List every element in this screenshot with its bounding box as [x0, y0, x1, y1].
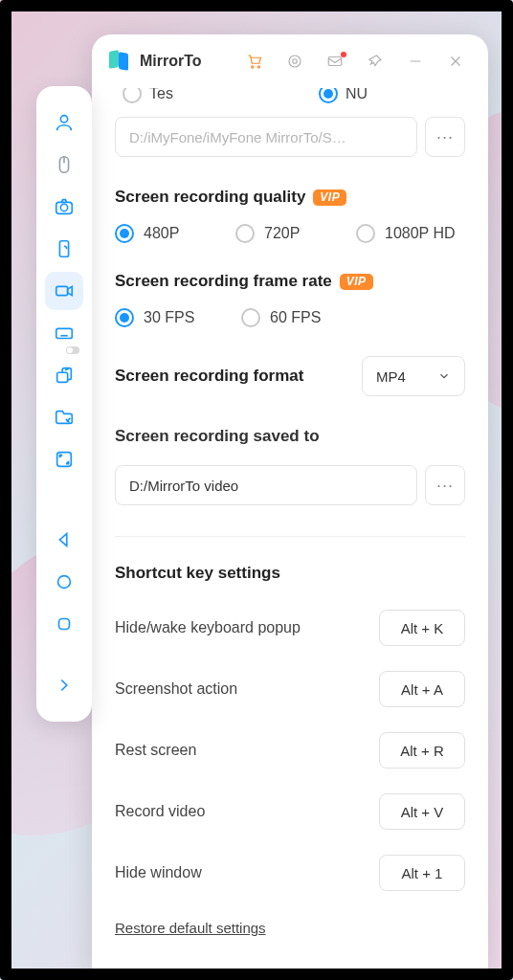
vip-badge: VIP	[340, 274, 373, 290]
sidebar-record-icon[interactable]	[45, 272, 83, 310]
settings-gear-icon[interactable]	[279, 46, 310, 77]
screenshot-path-browse[interactable]: ···	[425, 117, 465, 157]
keyboard-toggle[interactable]	[66, 346, 79, 354]
quality-480p[interactable]: 480P	[115, 224, 224, 243]
clipped-option-row: Tes NU	[115, 88, 465, 103]
format-title: Screen recording format	[115, 367, 303, 386]
quality-1080p[interactable]: 1080P HD	[356, 224, 465, 243]
sidebar-home-icon[interactable]	[45, 563, 83, 601]
svg-point-0	[252, 66, 254, 68]
quality-720p[interactable]: 720P	[235, 224, 345, 243]
pin-icon[interactable]	[360, 46, 390, 77]
framerate-title: Screen recording frame rate VIP	[115, 272, 465, 291]
shortcut-screenshot: Screenshot action Alt + A	[115, 671, 465, 707]
sidebar-camera-icon[interactable]	[45, 188, 83, 226]
settings-content: Tes NU D:/iMyFone/iMyFone MirrorTo/S… ··…	[92, 88, 488, 969]
cart-icon[interactable]	[239, 46, 270, 77]
chevron-down-icon	[437, 369, 451, 383]
svg-rect-23	[59, 619, 70, 630]
recording-path-browse[interactable]: ···	[425, 465, 465, 505]
sidebar	[36, 86, 92, 722]
svg-rect-14	[56, 286, 68, 295]
framerate-options: 30 FPS 60 FPS	[115, 308, 465, 327]
svg-rect-15	[56, 328, 73, 338]
svg-rect-20	[57, 372, 68, 382]
sidebar-account-icon[interactable]	[45, 103, 83, 142]
settings-panel: MirrorTo Tes NU D:/iMyFone/iMyFone Mirro…	[92, 34, 488, 969]
saved-to-title: Screen recording saved to	[115, 427, 465, 446]
vip-badge: VIP	[313, 189, 346, 206]
sidebar-cast-icon[interactable]	[45, 356, 83, 394]
minimize-icon[interactable]	[400, 46, 431, 77]
svg-point-8	[60, 116, 67, 122]
titlebar: MirrorTo	[92, 34, 488, 88]
sidebar-phone-icon[interactable]	[45, 230, 83, 268]
mail-icon[interactable]	[320, 46, 350, 77]
svg-point-12	[60, 204, 67, 211]
svg-point-22	[58, 576, 71, 589]
restore-defaults-link[interactable]: Restore default settings	[115, 920, 266, 936]
divider	[115, 536, 465, 537]
clipped-opt-1[interactable]: Tes	[149, 88, 173, 102]
sidebar-recent-icon[interactable]	[45, 605, 83, 643]
svg-point-1	[257, 66, 259, 68]
clipped-opt-2[interactable]: NU	[346, 88, 368, 102]
shortcut-key-hide[interactable]: Alt + 1	[379, 855, 465, 891]
svg-point-2	[289, 56, 301, 67]
fps-30[interactable]: 30 FPS	[115, 308, 230, 327]
sidebar-keyboard-icon[interactable]	[45, 314, 83, 352]
sidebar-mouse-icon[interactable]	[45, 145, 83, 184]
fps-60[interactable]: 60 FPS	[241, 308, 465, 327]
sidebar-back-icon[interactable]	[45, 521, 83, 559]
app-logo	[109, 51, 130, 72]
quality-title: Screen recording quality VIP	[115, 188, 465, 207]
quality-options: 480P 720P 1080P HD	[115, 224, 465, 243]
svg-point-3	[293, 59, 298, 64]
shortcut-record-video: Record video Alt + V	[115, 793, 465, 830]
recording-path-input[interactable]: D:/MirrorTo video	[115, 465, 417, 505]
shortcuts-title: Shortcut key settings	[115, 564, 465, 583]
shortcut-key-record[interactable]: Alt + V	[379, 793, 465, 830]
shortcut-hide-window: Hide window Alt + 1	[115, 855, 465, 891]
shortcut-key-screenshot[interactable]: Alt + A	[379, 671, 465, 707]
shortcut-rest-screen: Rest screen Alt + R	[115, 732, 465, 768]
shortcut-keyboard-popup: Hide/wake keyboard popup Alt + K	[115, 610, 465, 646]
sidebar-fullscreen-icon[interactable]	[45, 440, 83, 479]
shortcut-key-rest[interactable]: Alt + R	[379, 732, 465, 768]
screenshot-path-input[interactable]: D:/iMyFone/iMyFone MirrorTo/S…	[115, 117, 417, 157]
svg-rect-4	[328, 57, 342, 66]
sidebar-expand-icon[interactable]	[45, 666, 83, 704]
shortcut-key-keyboard[interactable]: Alt + K	[379, 610, 465, 646]
app-title: MirrorTo	[140, 53, 202, 70]
sidebar-files-icon[interactable]	[45, 398, 83, 436]
format-select[interactable]: MP4	[362, 356, 465, 396]
close-icon[interactable]	[440, 46, 471, 77]
